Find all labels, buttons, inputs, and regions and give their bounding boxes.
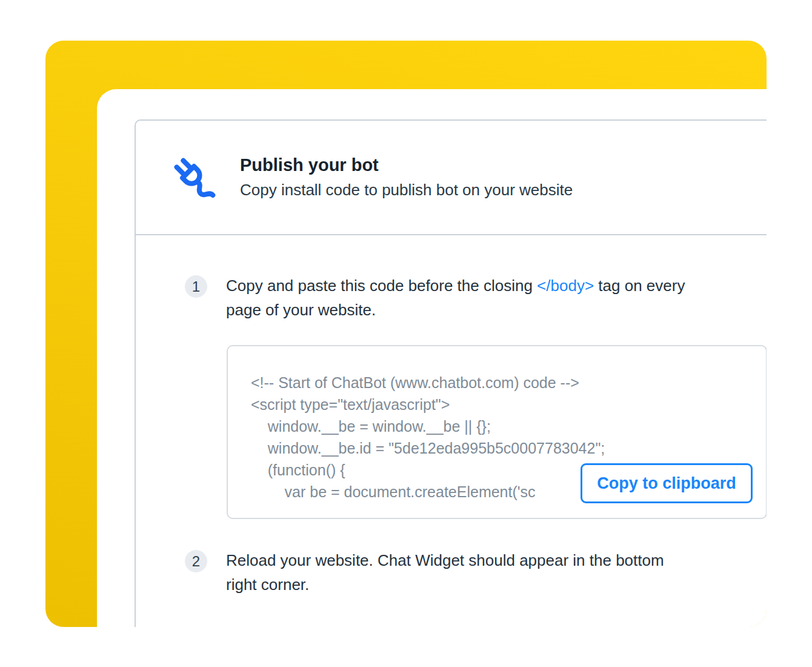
page-title: Publish your bot xyxy=(240,153,573,177)
install-code-box: <!-- Start of ChatBot (www.chatbot.com) … xyxy=(227,345,767,519)
step-2: 2 Reload your website. Chat Widget shoul… xyxy=(185,548,767,597)
panel-body: 1 Copy and paste this code before the cl… xyxy=(136,273,767,597)
panel-header: Publish your bot Copy install code to pu… xyxy=(136,121,767,235)
step-2-instruction: Reload your website. Chat Widget should … xyxy=(226,548,664,597)
step-1-text-before: Copy and paste this code before the clos… xyxy=(226,277,537,295)
step-1-instruction: Copy and paste this code before the clos… xyxy=(226,273,685,322)
step-1-number-badge: 1 xyxy=(185,275,207,298)
header-text: Publish your bot Copy install code to pu… xyxy=(240,153,573,203)
page-subtitle: Copy install code to publish bot on your… xyxy=(240,177,573,203)
publish-panel: Publish your bot Copy install code to pu… xyxy=(135,119,767,627)
brand-yellow-frame: Publish your bot Copy install code to pu… xyxy=(45,41,767,627)
copy-to-clipboard-button[interactable]: Copy to clipboard xyxy=(581,463,753,503)
plug-icon xyxy=(162,150,218,206)
step-1: 1 Copy and paste this code before the cl… xyxy=(185,273,767,322)
step-2-number-badge: 2 xyxy=(185,550,207,572)
body-tag-reference: </body> xyxy=(537,277,594,295)
content-card: Publish your bot Copy install code to pu… xyxy=(97,89,767,627)
